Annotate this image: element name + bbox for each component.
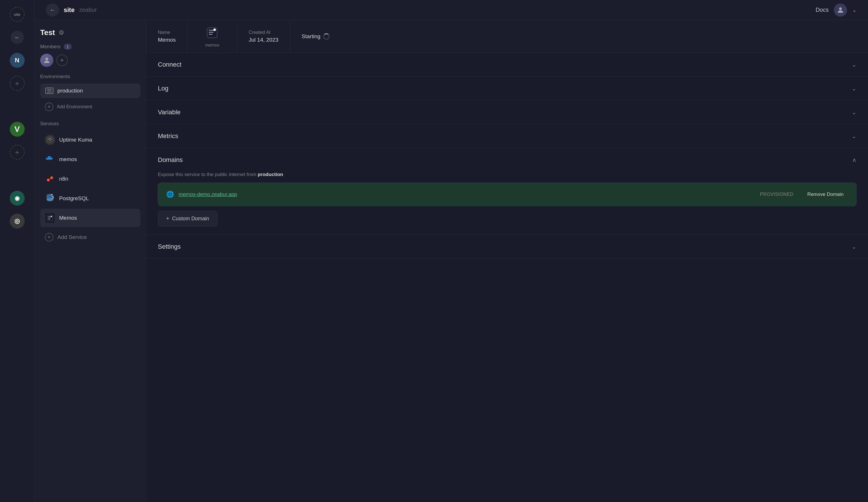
settings-chevron-icon: ⌄ — [851, 243, 857, 250]
svg-rect-7 — [48, 156, 49, 158]
status-starting: Starting — [302, 33, 330, 40]
settings-accordion-header[interactable]: Settings ⌄ — [146, 235, 868, 258]
service-header: Name Memos memos — [146, 20, 868, 53]
env-item-production[interactable]: production — [40, 84, 141, 98]
add-service-item[interactable]: + Add Service — [40, 229, 141, 246]
accordion-connect: Connect ⌄ — [146, 53, 868, 77]
svg-point-0 — [839, 7, 841, 10]
log-accordion-header[interactable]: Log ⌄ — [146, 77, 868, 100]
services-section: Services Uptime Kuma — [40, 121, 141, 246]
detail-area: Name Memos memos — [146, 20, 868, 502]
variable-accordion-header[interactable]: Variable ⌄ — [146, 101, 868, 124]
custom-domain-label: Custom Domain — [172, 216, 209, 222]
members-label: Members 1 — [40, 44, 141, 50]
service-name-n8n: n8n — [59, 176, 68, 182]
accordion-variable: Variable ⌄ — [146, 101, 868, 124]
domain-link[interactable]: memos-demo.zeabur.app — [178, 192, 755, 197]
n-avatar: N — [10, 53, 25, 68]
add-environment-item[interactable]: + Add Environment — [40, 100, 141, 114]
add-circle-1: + — [10, 76, 25, 91]
metrics-chevron-icon: ⌄ — [851, 133, 857, 140]
add-circle-2: + — [10, 145, 25, 160]
icon-bar-gray[interactable]: ◎ — [8, 211, 27, 231]
custom-domain-button[interactable]: + Custom Domain — [158, 211, 218, 227]
memos-active-icon — [45, 213, 55, 223]
icon-bar-v[interactable]: V — [8, 120, 27, 139]
svg-point-11 — [48, 180, 49, 181]
gear-icon[interactable]: ⚙ — [59, 29, 64, 37]
top-nav-left: ← site zeabur — [46, 3, 97, 17]
icon-bar-add-2[interactable]: + — [8, 142, 27, 162]
icon-bar-n[interactable]: N — [8, 51, 27, 70]
svg-point-3 — [49, 141, 51, 142]
metrics-title: Metrics — [158, 132, 178, 140]
sidebar: Test ⚙ Members 1 + Environments — [34, 20, 146, 502]
domains-accordion-header[interactable]: Domains ∧ — [146, 148, 868, 172]
icon-label: memos — [205, 42, 219, 48]
service-item-memos-active[interactable]: Memos — [40, 209, 141, 227]
icon-bar-back[interactable]: ← — [8, 28, 27, 47]
zeabur-label: zeabur — [79, 7, 97, 13]
svg-point-13 — [51, 177, 52, 178]
chevron-down-icon[interactable]: ⌄ — [852, 7, 857, 13]
members-row: + — [40, 54, 141, 67]
accordion-settings: Settings ⌄ — [146, 235, 868, 259]
svg-point-18 — [51, 216, 52, 217]
add-service-icon: + — [45, 233, 53, 242]
content-area: Test ⚙ Members 1 + Environments — [34, 20, 868, 502]
svg-rect-8 — [49, 156, 51, 158]
domains-env-name: production — [258, 172, 283, 177]
created-at-value: Jul 14, 2023 — [249, 37, 278, 43]
environments-section: Environments production + Add Environmen… — [40, 74, 141, 114]
docker-icon — [45, 154, 55, 165]
domains-content: Expose this service to the public intern… — [146, 172, 868, 235]
sidebar-header: Test ⚙ — [40, 28, 141, 37]
remove-domain-button[interactable]: Remove Domain — [803, 189, 848, 199]
environments-label: Environments — [40, 74, 141, 80]
main-container: ← site zeabur Docs ⌄ Test ⚙ Member — [34, 0, 868, 502]
service-item-uptime-kuma[interactable]: Uptime Kuma — [40, 131, 141, 149]
icon-bar-add-1[interactable]: + — [8, 73, 27, 93]
service-header-created-col: Created At Jul 14, 2023 — [237, 20, 290, 53]
service-header-icon-col: memos — [187, 20, 237, 53]
top-nav: ← site zeabur Docs ⌄ — [34, 0, 868, 20]
v-avatar: V — [10, 122, 25, 137]
service-item-postgresql[interactable]: PostgreSQL — [40, 189, 141, 208]
log-chevron-icon: ⌄ — [851, 85, 857, 92]
main-back-button[interactable]: ← — [46, 3, 59, 17]
site-icon: site — [10, 7, 25, 22]
accordion-domains: Domains ∧ Expose this service to the pub… — [146, 148, 868, 235]
service-item-memos-docker[interactable]: memos — [40, 150, 141, 168]
created-at-label: Created At — [249, 30, 278, 35]
add-member-button[interactable]: + — [56, 54, 68, 66]
connect-chevron-icon: ⌄ — [851, 61, 857, 68]
svg-rect-4 — [46, 158, 48, 159]
domains-description: Expose this service to the public intern… — [158, 172, 857, 177]
log-title: Log — [158, 85, 168, 92]
service-header-status-col: Starting — [290, 20, 341, 53]
site-title: site — [64, 6, 75, 14]
postgres-icon — [45, 193, 55, 204]
variable-chevron-icon: ⌄ — [851, 109, 857, 116]
icon-bar-green[interactable]: ◉ — [8, 188, 27, 208]
metrics-accordion-header[interactable]: Metrics ⌄ — [146, 124, 868, 148]
site-text: site — [14, 12, 20, 17]
back-button[interactable]: ← — [11, 31, 24, 44]
connect-accordion-header[interactable]: Connect ⌄ — [146, 53, 868, 76]
domains-chevron-icon: ∧ — [852, 156, 857, 163]
svg-point-1 — [45, 58, 48, 60]
custom-domain-plus: + — [166, 216, 169, 222]
n8n-icon — [45, 174, 55, 184]
name-value: Memos — [158, 37, 176, 43]
variable-title: Variable — [158, 109, 180, 116]
accordion-metrics: Metrics ⌄ — [146, 124, 868, 148]
docs-button[interactable]: Docs — [816, 7, 829, 13]
service-item-n8n[interactable]: n8n — [40, 170, 141, 188]
globe-icon: 🌐 — [166, 191, 174, 198]
icon-bar-site[interactable]: site — [8, 4, 27, 24]
service-name-memos-active: Memos — [59, 215, 77, 221]
service-header-icon — [205, 25, 220, 40]
icon-bar: site ← N + V + ◉ ◎ — [0, 0, 34, 502]
user-avatar[interactable] — [834, 3, 847, 17]
connect-title: Connect — [158, 61, 182, 68]
